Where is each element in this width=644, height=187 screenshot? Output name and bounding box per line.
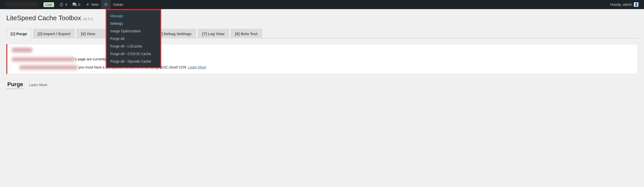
tab-log-view[interactable]: [7] Log View (198, 29, 229, 38)
litespeed-menu-item[interactable] (101, 0, 111, 9)
section-learn-more-link[interactable]: Learn More (29, 83, 47, 87)
greeting-text: Howdy, admin (610, 3, 632, 7)
new-label: New (91, 3, 99, 7)
new-item[interactable]: New (83, 0, 101, 9)
dropdown-item-purge-opcode[interactable]: Purge All - Opcode Cache (107, 58, 160, 65)
site-name-item[interactable] (3, 0, 41, 9)
dropdown-item-purge-lscache[interactable]: Purge All - LSCache (107, 42, 160, 50)
section-title: Purge (6, 81, 24, 89)
page-title-wrap: LiteSpeed Cache Toolbox v6.5.3 (6, 14, 638, 22)
tab-purge[interactable]: [1] Purge (6, 29, 31, 38)
dokan-label: Dokan (113, 3, 123, 7)
avatar: 👤 (634, 2, 638, 7)
dropdown-item-manage[interactable]: Manage (107, 12, 160, 20)
litespeed-icon (104, 2, 108, 7)
site-name-blurred (6, 2, 38, 7)
dropdown-item-image-optimization[interactable]: Image Optimization (107, 27, 160, 35)
updates-count: 4 (65, 3, 67, 7)
page-title: LiteSpeed Cache Toolbox (6, 14, 81, 22)
notice-box: s page are currently unavailable! you mu… (6, 44, 638, 74)
blurred-text (12, 48, 32, 52)
admin-bar: Live 4 0 New Dokan Howdy, admin 👤 (0, 0, 644, 9)
content-wrap: LiteSpeed Cache Toolbox v6.5.3 [1] Purge… (0, 9, 644, 95)
dropdown-item-settings[interactable]: Settings (107, 20, 160, 27)
version-tag: v6.5.3 (83, 17, 93, 21)
updates-item[interactable]: 4 (57, 0, 70, 9)
live-badge: Live (43, 2, 54, 7)
account-item[interactable]: Howdy, admin 👤 (608, 0, 641, 9)
plus-icon (85, 2, 90, 7)
litespeed-dropdown: Manage Settings Image Optimization Purge… (106, 9, 161, 68)
live-status-item[interactable]: Live (41, 0, 57, 9)
blurred-text (19, 65, 78, 69)
tab-import-export[interactable]: [2] Import / Export (33, 29, 75, 38)
section-header: Purge Learn More (6, 81, 638, 89)
dropdown-item-purge-cssjs[interactable]: Purge All - CSS/JS Cache (107, 50, 160, 58)
refresh-icon (59, 2, 64, 7)
comment-icon (72, 2, 77, 7)
dropdown-item-purge-all[interactable]: Purge All (107, 35, 160, 42)
dokan-item[interactable]: Dokan (111, 0, 126, 9)
comments-count: 0 (78, 3, 80, 7)
admin-bar-left: Live 4 0 New Dokan (3, 0, 126, 9)
tab-beta-test[interactable]: [8] Beta Test (231, 29, 262, 38)
blurred-text (12, 57, 75, 61)
learn-more-link[interactable]: Learn More (188, 65, 206, 69)
comments-item[interactable]: 0 (70, 0, 83, 9)
admin-bar-right: Howdy, admin 👤 (608, 0, 641, 9)
tabs-row: [1] Purge [2] Import / Export [3] View e… (6, 29, 638, 38)
